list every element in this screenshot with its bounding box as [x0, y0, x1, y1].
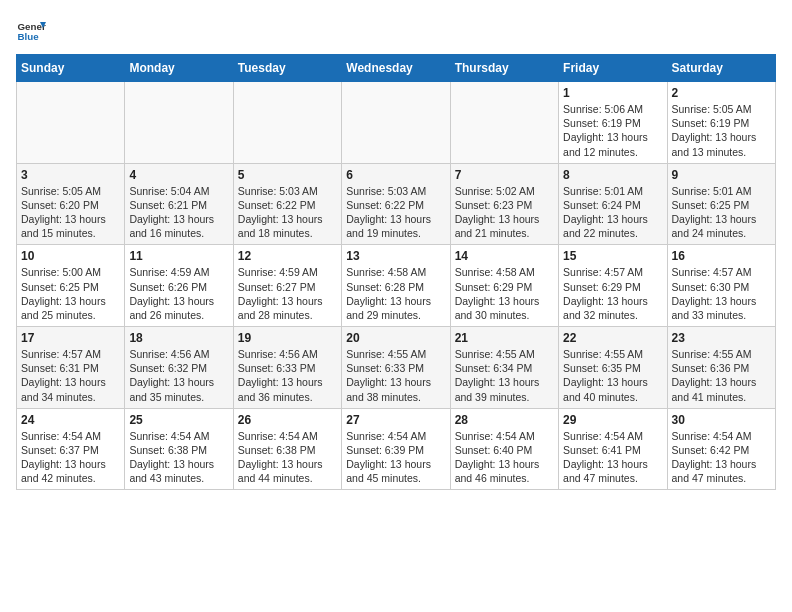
day-header-thursday: Thursday [450, 55, 558, 82]
day-number: 8 [563, 168, 662, 182]
day-info: Sunrise: 4:54 AMSunset: 6:38 PMDaylight:… [238, 429, 337, 486]
calendar-cell: 22Sunrise: 4:55 AMSunset: 6:35 PMDayligh… [559, 327, 667, 409]
calendar-cell: 23Sunrise: 4:55 AMSunset: 6:36 PMDayligh… [667, 327, 775, 409]
calendar-cell: 3Sunrise: 5:05 AMSunset: 6:20 PMDaylight… [17, 163, 125, 245]
day-header-wednesday: Wednesday [342, 55, 450, 82]
day-header-monday: Monday [125, 55, 233, 82]
day-info: Sunrise: 4:56 AMSunset: 6:32 PMDaylight:… [129, 347, 228, 404]
day-info: Sunrise: 5:00 AMSunset: 6:25 PMDaylight:… [21, 265, 120, 322]
day-info: Sunrise: 4:56 AMSunset: 6:33 PMDaylight:… [238, 347, 337, 404]
calendar-cell: 18Sunrise: 4:56 AMSunset: 6:32 PMDayligh… [125, 327, 233, 409]
calendar-cell: 27Sunrise: 4:54 AMSunset: 6:39 PMDayligh… [342, 408, 450, 490]
day-number: 13 [346, 249, 445, 263]
calendar-cell: 28Sunrise: 4:54 AMSunset: 6:40 PMDayligh… [450, 408, 558, 490]
calendar-cell: 21Sunrise: 4:55 AMSunset: 6:34 PMDayligh… [450, 327, 558, 409]
day-number: 9 [672, 168, 771, 182]
week-row: 1Sunrise: 5:06 AMSunset: 6:19 PMDaylight… [17, 82, 776, 164]
day-number: 3 [21, 168, 120, 182]
day-header-friday: Friday [559, 55, 667, 82]
day-number: 15 [563, 249, 662, 263]
calendar-cell [17, 82, 125, 164]
day-info: Sunrise: 4:54 AMSunset: 6:42 PMDaylight:… [672, 429, 771, 486]
calendar-cell: 25Sunrise: 4:54 AMSunset: 6:38 PMDayligh… [125, 408, 233, 490]
day-number: 24 [21, 413, 120, 427]
day-number: 2 [672, 86, 771, 100]
day-header-sunday: Sunday [17, 55, 125, 82]
day-header-tuesday: Tuesday [233, 55, 341, 82]
day-info: Sunrise: 5:02 AMSunset: 6:23 PMDaylight:… [455, 184, 554, 241]
logo-icon: General Blue [16, 16, 46, 46]
calendar-cell: 8Sunrise: 5:01 AMSunset: 6:24 PMDaylight… [559, 163, 667, 245]
day-info: Sunrise: 4:58 AMSunset: 6:28 PMDaylight:… [346, 265, 445, 322]
calendar-cell: 14Sunrise: 4:58 AMSunset: 6:29 PMDayligh… [450, 245, 558, 327]
calendar-header: SundayMondayTuesdayWednesdayThursdayFrid… [17, 55, 776, 82]
day-info: Sunrise: 4:57 AMSunset: 6:30 PMDaylight:… [672, 265, 771, 322]
calendar-cell: 4Sunrise: 5:04 AMSunset: 6:21 PMDaylight… [125, 163, 233, 245]
calendar-cell: 1Sunrise: 5:06 AMSunset: 6:19 PMDaylight… [559, 82, 667, 164]
day-info: Sunrise: 4:59 AMSunset: 6:26 PMDaylight:… [129, 265, 228, 322]
day-number: 29 [563, 413, 662, 427]
day-info: Sunrise: 4:54 AMSunset: 6:39 PMDaylight:… [346, 429, 445, 486]
day-number: 21 [455, 331, 554, 345]
day-info: Sunrise: 4:54 AMSunset: 6:40 PMDaylight:… [455, 429, 554, 486]
calendar: SundayMondayTuesdayWednesdayThursdayFrid… [16, 54, 776, 490]
day-number: 17 [21, 331, 120, 345]
calendar-cell [125, 82, 233, 164]
day-info: Sunrise: 4:59 AMSunset: 6:27 PMDaylight:… [238, 265, 337, 322]
week-row: 24Sunrise: 4:54 AMSunset: 6:37 PMDayligh… [17, 408, 776, 490]
day-number: 7 [455, 168, 554, 182]
week-row: 3Sunrise: 5:05 AMSunset: 6:20 PMDaylight… [17, 163, 776, 245]
day-info: Sunrise: 4:55 AMSunset: 6:35 PMDaylight:… [563, 347, 662, 404]
day-number: 22 [563, 331, 662, 345]
calendar-cell: 10Sunrise: 5:00 AMSunset: 6:25 PMDayligh… [17, 245, 125, 327]
day-info: Sunrise: 5:05 AMSunset: 6:20 PMDaylight:… [21, 184, 120, 241]
calendar-cell: 5Sunrise: 5:03 AMSunset: 6:22 PMDaylight… [233, 163, 341, 245]
day-number: 5 [238, 168, 337, 182]
calendar-cell: 16Sunrise: 4:57 AMSunset: 6:30 PMDayligh… [667, 245, 775, 327]
calendar-cell: 30Sunrise: 4:54 AMSunset: 6:42 PMDayligh… [667, 408, 775, 490]
calendar-cell: 20Sunrise: 4:55 AMSunset: 6:33 PMDayligh… [342, 327, 450, 409]
day-number: 25 [129, 413, 228, 427]
day-number: 19 [238, 331, 337, 345]
day-number: 6 [346, 168, 445, 182]
day-number: 12 [238, 249, 337, 263]
calendar-cell: 13Sunrise: 4:58 AMSunset: 6:28 PMDayligh… [342, 245, 450, 327]
day-number: 20 [346, 331, 445, 345]
calendar-cell [342, 82, 450, 164]
day-number: 23 [672, 331, 771, 345]
day-info: Sunrise: 5:01 AMSunset: 6:25 PMDaylight:… [672, 184, 771, 241]
week-row: 17Sunrise: 4:57 AMSunset: 6:31 PMDayligh… [17, 327, 776, 409]
day-number: 14 [455, 249, 554, 263]
week-row: 10Sunrise: 5:00 AMSunset: 6:25 PMDayligh… [17, 245, 776, 327]
calendar-cell: 24Sunrise: 4:54 AMSunset: 6:37 PMDayligh… [17, 408, 125, 490]
day-number: 11 [129, 249, 228, 263]
day-info: Sunrise: 4:55 AMSunset: 6:36 PMDaylight:… [672, 347, 771, 404]
calendar-cell: 7Sunrise: 5:02 AMSunset: 6:23 PMDaylight… [450, 163, 558, 245]
calendar-cell: 6Sunrise: 5:03 AMSunset: 6:22 PMDaylight… [342, 163, 450, 245]
day-info: Sunrise: 5:01 AMSunset: 6:24 PMDaylight:… [563, 184, 662, 241]
calendar-body: 1Sunrise: 5:06 AMSunset: 6:19 PMDaylight… [17, 82, 776, 490]
day-info: Sunrise: 4:54 AMSunset: 6:41 PMDaylight:… [563, 429, 662, 486]
calendar-cell: 26Sunrise: 4:54 AMSunset: 6:38 PMDayligh… [233, 408, 341, 490]
day-number: 4 [129, 168, 228, 182]
day-info: Sunrise: 5:06 AMSunset: 6:19 PMDaylight:… [563, 102, 662, 159]
day-info: Sunrise: 5:03 AMSunset: 6:22 PMDaylight:… [346, 184, 445, 241]
calendar-cell: 12Sunrise: 4:59 AMSunset: 6:27 PMDayligh… [233, 245, 341, 327]
svg-text:Blue: Blue [18, 31, 40, 42]
calendar-cell: 19Sunrise: 4:56 AMSunset: 6:33 PMDayligh… [233, 327, 341, 409]
calendar-cell: 29Sunrise: 4:54 AMSunset: 6:41 PMDayligh… [559, 408, 667, 490]
calendar-cell: 15Sunrise: 4:57 AMSunset: 6:29 PMDayligh… [559, 245, 667, 327]
day-number: 18 [129, 331, 228, 345]
calendar-cell [233, 82, 341, 164]
day-number: 16 [672, 249, 771, 263]
header: General Blue [16, 16, 776, 46]
calendar-cell [450, 82, 558, 164]
day-number: 28 [455, 413, 554, 427]
day-number: 30 [672, 413, 771, 427]
day-number: 1 [563, 86, 662, 100]
calendar-cell: 17Sunrise: 4:57 AMSunset: 6:31 PMDayligh… [17, 327, 125, 409]
day-info: Sunrise: 4:54 AMSunset: 6:37 PMDaylight:… [21, 429, 120, 486]
day-info: Sunrise: 5:05 AMSunset: 6:19 PMDaylight:… [672, 102, 771, 159]
day-info: Sunrise: 5:03 AMSunset: 6:22 PMDaylight:… [238, 184, 337, 241]
day-info: Sunrise: 4:55 AMSunset: 6:33 PMDaylight:… [346, 347, 445, 404]
